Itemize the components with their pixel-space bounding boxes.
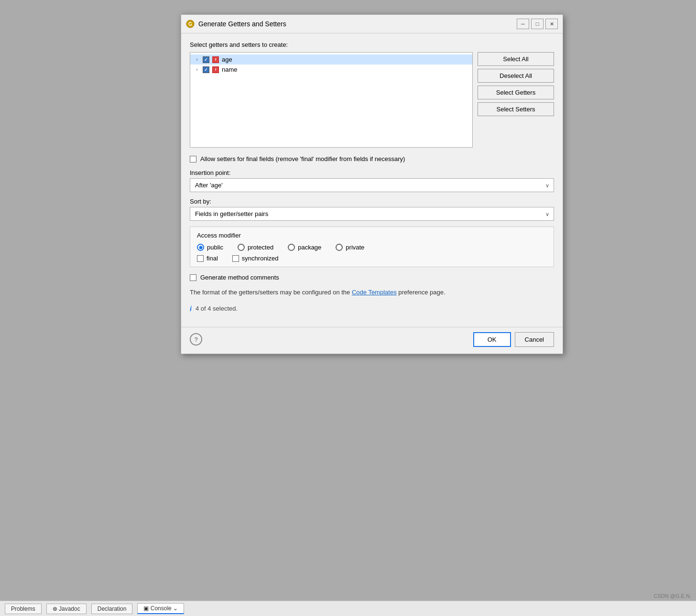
- taskbar-tab-declaration[interactable]: Declaration: [91, 604, 133, 614]
- synchronized-checkbox-item[interactable]: synchronized: [232, 255, 279, 262]
- fields-list[interactable]: › f age › f name: [190, 52, 473, 148]
- dialog-icon: G: [186, 20, 195, 28]
- close-button[interactable]: ✕: [545, 19, 558, 29]
- access-modifier-radio-row: public protected package private: [197, 244, 547, 251]
- select-getters-button[interactable]: Select Getters: [478, 86, 554, 99]
- field-row-name[interactable]: › f name: [190, 65, 472, 75]
- section-label: Select getters and setters to create:: [190, 41, 554, 48]
- chevron-age-icon: ›: [194, 57, 200, 62]
- generate-comments-row: Generate method comments: [190, 274, 554, 281]
- info-line: i 4 of 4 selected.: [190, 305, 554, 313]
- radio-protected[interactable]: protected: [238, 244, 273, 251]
- radio-circle-private: [336, 244, 343, 251]
- config-line: The format of the getters/setters may be…: [190, 288, 554, 297]
- taskbar-tab-problems[interactable]: Problems: [5, 604, 42, 614]
- checkbox-age[interactable]: [203, 56, 209, 63]
- access-modifier-checkbox-row: final synchronized: [197, 255, 547, 262]
- info-icon: i: [190, 305, 192, 313]
- dialog-title: Generate Getters and Setters: [198, 20, 513, 28]
- code-templates-link[interactable]: Code Templates: [352, 289, 397, 296]
- insertion-point-label: Insertion point:: [190, 169, 554, 176]
- footer-actions: OK Cancel: [473, 332, 554, 347]
- insertion-point-dropdown-wrapper: After 'age': [190, 178, 554, 192]
- cancel-button[interactable]: Cancel: [515, 332, 554, 347]
- insertion-point-select[interactable]: After 'age': [190, 178, 554, 192]
- generate-comments-checkbox[interactable]: [190, 274, 196, 281]
- select-all-button[interactable]: Select All: [478, 52, 554, 66]
- watermark: CSDN @G.E.N.: [654, 593, 691, 599]
- dialog-body: Select getters and setters to create: › …: [181, 33, 563, 325]
- svg-text:G: G: [188, 22, 192, 27]
- ok-button[interactable]: OK: [473, 332, 511, 347]
- sort-by-select[interactable]: Fields in getter/setter pairs: [190, 207, 554, 221]
- synchronized-checkbox[interactable]: [232, 255, 239, 262]
- insertion-point-group: Insertion point: After 'age': [190, 169, 554, 192]
- allow-setters-checkbox[interactable]: [190, 156, 196, 162]
- fields-and-buttons-container: › f age › f name Select All Desel: [190, 52, 554, 148]
- info-text: 4 of 4 selected.: [196, 305, 238, 312]
- select-setters-button[interactable]: Select Setters: [478, 102, 554, 116]
- generate-getters-setters-dialog: G Generate Getters and Setters ─ □ ✕ Sel…: [181, 14, 563, 354]
- window-controls: ─ □ ✕: [517, 19, 558, 29]
- help-button[interactable]: ?: [190, 333, 202, 346]
- radio-circle-public: [197, 244, 204, 251]
- radio-circle-package: [288, 244, 295, 251]
- field-type-name-icon: f: [212, 66, 219, 73]
- radio-private[interactable]: private: [336, 244, 364, 251]
- config-suffix: preference page.: [398, 289, 445, 296]
- field-name-name: name: [222, 66, 238, 73]
- maximize-button[interactable]: □: [531, 19, 544, 29]
- radio-label-package: package: [298, 244, 321, 251]
- radio-package[interactable]: package: [288, 244, 321, 251]
- config-text: The format of the getters/setters may be…: [190, 289, 350, 296]
- synchronized-label: synchronized: [242, 255, 279, 262]
- side-buttons: Select All Deselect All Select Getters S…: [478, 52, 554, 148]
- access-modifier-section: Access modifier public protected package: [190, 227, 554, 267]
- sort-by-dropdown-wrapper: Fields in getter/setter pairs: [190, 207, 554, 221]
- radio-label-protected: protected: [248, 244, 273, 251]
- radio-label-private: private: [346, 244, 364, 251]
- checkbox-name[interactable]: [203, 66, 209, 73]
- final-label: final: [207, 255, 218, 262]
- field-row-age[interactable]: › f age: [190, 54, 472, 65]
- allow-setters-row: Allow setters for final fields (remove '…: [190, 155, 554, 162]
- radio-public[interactable]: public: [197, 244, 223, 251]
- allow-setters-label: Allow setters for final fields (remove '…: [200, 155, 405, 162]
- taskbar-tab-console[interactable]: ▣ Console ⌄: [137, 603, 184, 614]
- deselect-all-button[interactable]: Deselect All: [478, 69, 554, 83]
- access-modifier-title: Access modifier: [197, 232, 547, 239]
- minimize-button[interactable]: ─: [517, 19, 529, 29]
- generate-comments-label: Generate method comments: [200, 274, 279, 281]
- taskbar-tab-javadoc[interactable]: ⊕ Javadoc: [46, 604, 87, 614]
- sort-by-group: Sort by: Fields in getter/setter pairs: [190, 198, 554, 221]
- taskbar: Problems ⊕ Javadoc Declaration ▣ Console…: [0, 601, 696, 616]
- field-name-age: age: [222, 56, 232, 63]
- sort-by-label: Sort by:: [190, 198, 554, 205]
- field-type-age-icon: f: [212, 56, 219, 63]
- chevron-name-icon: ›: [194, 67, 200, 72]
- final-checkbox-item[interactable]: final: [197, 255, 218, 262]
- dialog-footer: ? OK Cancel: [181, 327, 563, 354]
- title-bar: G Generate Getters and Setters ─ □ ✕: [181, 15, 563, 33]
- final-checkbox[interactable]: [197, 255, 204, 262]
- radio-circle-protected: [238, 244, 245, 251]
- radio-label-public: public: [207, 244, 223, 251]
